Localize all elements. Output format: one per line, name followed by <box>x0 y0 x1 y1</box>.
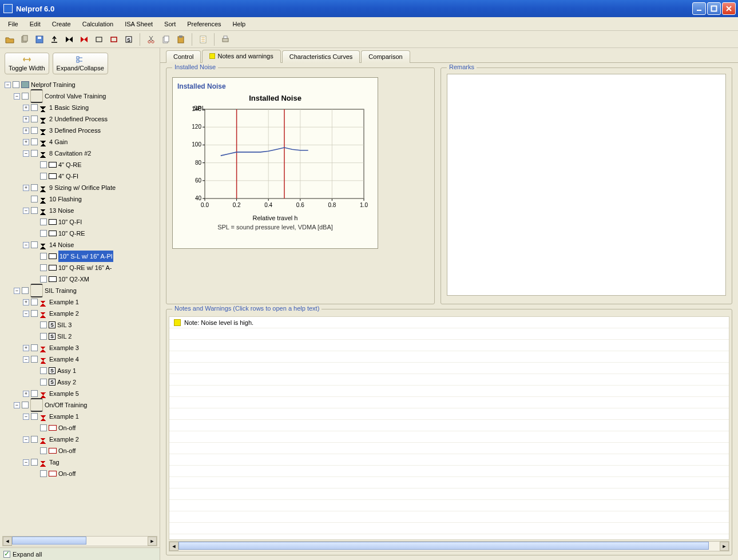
checkbox[interactable] <box>22 402 29 408</box>
cut-icon[interactable] <box>145 33 157 46</box>
notes-list[interactable]: Note: Noise level is high. <box>169 316 729 540</box>
expand-icon[interactable]: + <box>23 139 29 145</box>
tree-item[interactable]: 10" Q2-XM <box>32 273 160 285</box>
checkbox[interactable] <box>31 241 38 248</box>
collapse-icon[interactable]: − <box>23 436 29 443</box>
expand-icon[interactable]: + <box>23 128 29 134</box>
tree-item[interactable]: +3 Defined Process <box>23 125 160 136</box>
toggle-width-button[interactable]: Toggle Width <box>5 53 49 74</box>
checkbox[interactable] <box>22 287 29 294</box>
collapse-icon[interactable]: − <box>5 82 11 88</box>
collapse-icon[interactable]: − <box>23 311 29 317</box>
copy2-icon[interactable] <box>160 33 172 46</box>
menu-file[interactable]: File <box>2 19 24 29</box>
remarks-textarea[interactable] <box>447 74 726 296</box>
tag-outline-icon[interactable] <box>93 33 105 46</box>
collapse-icon[interactable]: − <box>23 242 29 248</box>
collapse-icon[interactable]: − <box>23 150 29 157</box>
checkbox[interactable] <box>40 264 47 271</box>
minimize-button[interactable] <box>692 2 706 15</box>
checkbox[interactable] <box>13 81 19 88</box>
tree-item[interactable]: +2 Undefined Process <box>23 113 160 125</box>
collapse-icon[interactable]: − <box>23 459 29 466</box>
collapse-icon[interactable]: − <box>14 93 20 100</box>
checkbox[interactable] <box>31 390 38 397</box>
checkbox[interactable] <box>31 196 38 202</box>
tree-item-group[interactable]: − Control Valve Training <box>14 90 160 102</box>
tree-item[interactable]: 10 Flashing <box>23 193 160 205</box>
tree-item[interactable]: On-off <box>32 445 160 456</box>
menu-isa-sheet[interactable]: ISA Sheet <box>119 19 158 29</box>
tree-h-scrollbar[interactable]: ◄ ► <box>2 536 157 546</box>
tree-item[interactable]: −Example 4 <box>23 354 160 365</box>
left-footer[interactable]: Expand all <box>0 547 160 560</box>
collapse-icon[interactable]: − <box>14 288 20 294</box>
tree-item[interactable]: −13 Noise <box>23 205 160 216</box>
scroll-right-icon[interactable]: ► <box>720 542 729 551</box>
tree-item[interactable]: SAssy 1 <box>32 365 160 376</box>
open-icon[interactable] <box>3 33 16 46</box>
tree-item[interactable]: SSIL 3 <box>32 319 160 331</box>
checkbox[interactable] <box>31 413 38 420</box>
expand-icon[interactable]: + <box>23 391 29 397</box>
tree-item[interactable]: 4" Q-FI <box>32 170 160 182</box>
save-icon[interactable] <box>33 33 46 46</box>
tab-characteristics[interactable]: Characteristics Curves <box>282 50 360 63</box>
tree-item[interactable]: −Example 2 <box>23 434 160 445</box>
checkbox[interactable] <box>40 470 47 477</box>
tree-item[interactable]: +Example 3 <box>23 342 160 354</box>
checkbox[interactable] <box>40 161 47 168</box>
tree-item[interactable]: 10" Q-RE <box>32 228 160 239</box>
tab-notes-warnings[interactable]: Notes and warnings <box>202 50 280 63</box>
scroll-left-icon[interactable]: ◄ <box>169 542 178 551</box>
expand-icon[interactable]: + <box>23 105 29 111</box>
tree-item[interactable]: −8 Cavitation #2 <box>23 148 160 159</box>
tree-item[interactable]: 10" Q-FI <box>32 216 160 228</box>
checkbox[interactable] <box>40 230 47 237</box>
export-icon[interactable] <box>48 33 61 46</box>
checkbox[interactable] <box>31 207 38 214</box>
checkbox[interactable] <box>31 138 38 145</box>
menu-create[interactable]: Create <box>46 19 77 29</box>
checkbox[interactable] <box>31 356 38 363</box>
scroll-left-icon[interactable]: ◄ <box>3 537 12 546</box>
tree-item[interactable]: +4 Gain <box>23 136 160 148</box>
valve-black-icon[interactable] <box>63 33 76 46</box>
menu-edit[interactable]: Edit <box>24 19 46 29</box>
checkbox[interactable] <box>31 150 38 157</box>
checkbox[interactable] <box>40 253 47 260</box>
checkbox[interactable] <box>31 104 38 111</box>
close-button[interactable] <box>722 2 736 15</box>
tree-item-project[interactable]: − Nelprof Training <box>5 79 160 90</box>
tree-item[interactable]: On-off <box>32 468 160 479</box>
document-icon[interactable] <box>197 33 209 46</box>
tree-item-group[interactable]: −SIL Trainng <box>14 285 160 296</box>
checkbox[interactable] <box>40 379 47 386</box>
notes-h-scrollbar[interactable]: ◄ ► <box>169 541 729 551</box>
s-box-icon[interactable]: S <box>122 33 135 46</box>
tree-item[interactable]: On-off <box>32 422 160 434</box>
checkbox[interactable] <box>40 173 47 180</box>
tree-item-selected[interactable]: 10" S-L w/ 16" A-Pl <box>32 251 160 262</box>
menu-help[interactable]: Help <box>227 19 252 29</box>
tree-view[interactable]: − Nelprof Training − Con <box>3 79 160 479</box>
collapse-icon[interactable]: − <box>14 402 20 408</box>
collapse-icon[interactable]: − <box>23 414 29 420</box>
checkbox[interactable] <box>40 219 47 225</box>
checkbox[interactable] <box>31 116 38 122</box>
maximize-button[interactable] <box>707 2 721 15</box>
tree-item[interactable]: −Example 1 <box>23 411 160 422</box>
copy-icon[interactable] <box>18 33 31 46</box>
expand-all-checkbox[interactable] <box>3 551 10 558</box>
tree-item[interactable]: 4" Q-RE <box>32 159 160 170</box>
tree-item[interactable]: SSIL 2 <box>32 331 160 342</box>
tree-item[interactable]: SAssy 2 <box>32 376 160 388</box>
tree-item[interactable]: +Example 5 <box>23 388 160 399</box>
expand-icon[interactable]: + <box>23 345 29 351</box>
tree-item[interactable]: 10" Q-RE w/ 16" A- <box>32 262 160 273</box>
checkbox[interactable] <box>40 424 47 431</box>
note-row[interactable]: Note: Noise level is high. <box>169 317 729 328</box>
tab-control[interactable]: Control <box>166 50 201 63</box>
checkbox[interactable] <box>40 333 47 340</box>
menu-preferences[interactable]: Preferences <box>181 19 227 29</box>
